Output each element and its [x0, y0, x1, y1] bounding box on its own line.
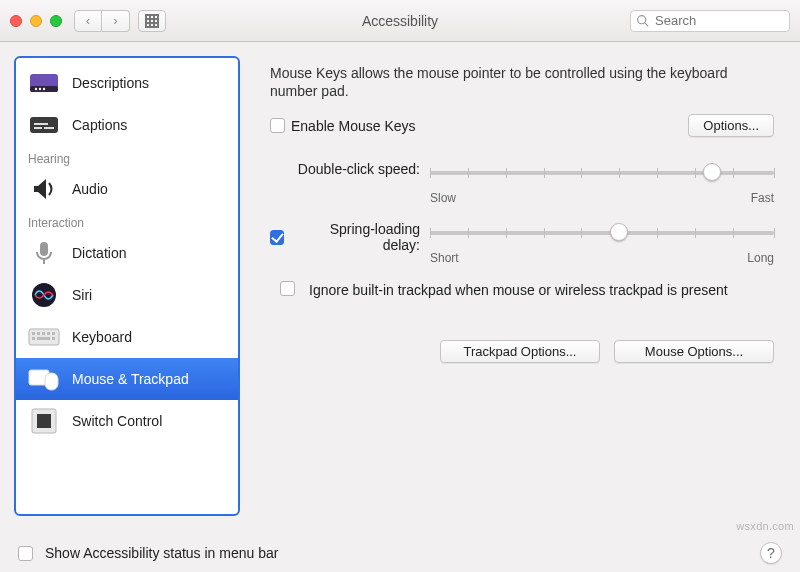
spring-loading-label: Spring-loading delay:	[296, 221, 420, 253]
help-icon: ?	[767, 545, 775, 561]
keyboard-icon	[28, 324, 60, 350]
dictation-icon	[28, 240, 60, 266]
siri-icon	[28, 282, 60, 308]
sidebar-item-mouse-trackpad[interactable]: Mouse & Trackpad	[16, 358, 238, 400]
sidebar-item-siri[interactable]: Siri	[16, 274, 238, 316]
svg-rect-20	[32, 337, 35, 340]
category-sidebar[interactable]: Descriptions Captions Hearing Audio Inte…	[14, 56, 240, 516]
svg-rect-21	[37, 337, 50, 340]
enable-mouse-keys-row: Enable Mouse Keys Options...	[270, 114, 774, 137]
sidebar-item-captions[interactable]: Captions	[16, 104, 238, 146]
panel-description: Mouse Keys allows the mouse pointer to b…	[270, 64, 774, 100]
svg-line-1	[645, 22, 648, 25]
svg-rect-11	[40, 242, 48, 256]
svg-rect-26	[37, 414, 51, 428]
forward-button[interactable]: ›	[102, 10, 130, 32]
spring-loading-checkbox[interactable]	[270, 230, 284, 245]
slider-low-label: Slow	[430, 191, 456, 205]
search-field[interactable]	[630, 10, 790, 32]
sidebar-item-dictation[interactable]: Dictation	[16, 232, 238, 274]
sidebar-item-label: Siri	[72, 287, 92, 303]
search-input[interactable]	[630, 10, 790, 32]
slider-low-label: Short	[430, 251, 459, 265]
enable-mouse-keys-checkbox[interactable]: Enable Mouse Keys	[270, 118, 416, 134]
checkbox-icon	[270, 118, 285, 133]
svg-point-6	[43, 88, 45, 90]
sidebar-section-interaction: Interaction	[16, 210, 238, 232]
window-controls	[10, 15, 62, 27]
sidebar-item-label: Captions	[72, 117, 127, 133]
captions-icon	[28, 112, 60, 138]
sidebar-item-label: Dictation	[72, 245, 126, 261]
sidebar-container: Descriptions Captions Hearing Audio Inte…	[0, 42, 250, 534]
switch-control-icon	[28, 408, 60, 434]
svg-point-4	[35, 88, 37, 90]
mouse-options-button[interactable]: Mouse Options...	[614, 340, 774, 363]
settings-panel: Mouse Keys allows the mouse pointer to b…	[250, 42, 800, 534]
sidebar-item-descriptions[interactable]: Descriptions	[16, 62, 238, 104]
show-all-prefs-button[interactable]	[138, 10, 166, 32]
show-status-label: Show Accessibility status in menu bar	[45, 545, 278, 561]
svg-rect-8	[34, 127, 42, 129]
sidebar-item-audio[interactable]: Audio	[16, 168, 238, 210]
sidebar-item-keyboard[interactable]: Keyboard	[16, 316, 238, 358]
slider-high-label: Long	[747, 251, 774, 265]
show-status-checkbox[interactable]: Show Accessibility status in menu bar	[18, 545, 278, 561]
svg-rect-19	[52, 332, 55, 335]
sidebar-section-hearing: Hearing	[16, 146, 238, 168]
help-button[interactable]: ?	[760, 542, 782, 564]
svg-rect-16	[37, 332, 40, 335]
ignore-trackpad-label: Ignore built-in trackpad when mouse or w…	[309, 281, 728, 299]
minimize-window-button[interactable]	[30, 15, 42, 27]
checkbox-icon	[18, 546, 33, 561]
svg-point-0	[638, 15, 646, 23]
ignore-trackpad-row: Ignore built-in trackpad when mouse or w…	[280, 281, 774, 299]
spring-loading-delay-slider[interactable]	[430, 223, 774, 249]
sidebar-item-label: Keyboard	[72, 329, 132, 345]
chevron-right-icon: ›	[114, 14, 118, 28]
slider-thumb[interactable]	[703, 163, 721, 181]
mouse-trackpad-icon	[28, 366, 60, 392]
sidebar-item-switch-control[interactable]: Switch Control	[16, 400, 238, 442]
enable-mouse-keys-label: Enable Mouse Keys	[291, 118, 416, 134]
descriptions-icon	[28, 70, 60, 96]
double-click-speed-slider[interactable]	[430, 163, 774, 189]
slider-high-label: Fast	[751, 191, 774, 205]
svg-rect-10	[34, 123, 48, 125]
chevron-left-icon: ‹	[86, 14, 90, 28]
content-area: Descriptions Captions Hearing Audio Inte…	[0, 42, 800, 534]
grid-icon	[145, 14, 159, 28]
footer: Show Accessibility status in menu bar ?	[0, 534, 800, 572]
sidebar-item-label: Audio	[72, 181, 108, 197]
back-button[interactable]: ‹	[74, 10, 102, 32]
nav-buttons: ‹ ›	[74, 10, 130, 32]
mouse-keys-options-button[interactable]: Options...	[688, 114, 774, 137]
svg-rect-18	[47, 332, 50, 335]
ignore-trackpad-checkbox[interactable]	[280, 281, 295, 296]
svg-rect-15	[32, 332, 35, 335]
sidebar-item-label: Descriptions	[72, 75, 149, 91]
svg-rect-24	[45, 373, 58, 390]
sidebar-item-label: Mouse & Trackpad	[72, 371, 189, 387]
trackpad-options-button[interactable]: Trackpad Options...	[440, 340, 600, 363]
titlebar: ‹ › Accessibility	[0, 0, 800, 42]
double-click-speed-label: Double-click speed:	[270, 161, 420, 177]
svg-rect-17	[42, 332, 45, 335]
double-click-speed-row: Double-click speed: Slow Fast	[270, 161, 774, 205]
svg-rect-22	[52, 337, 55, 340]
svg-rect-9	[44, 127, 54, 129]
zoom-window-button[interactable]	[50, 15, 62, 27]
slider-thumb[interactable]	[610, 223, 628, 241]
audio-icon	[28, 176, 60, 202]
search-icon	[636, 14, 649, 27]
svg-point-5	[39, 88, 41, 90]
bottom-buttons: Trackpad Options... Mouse Options...	[270, 340, 774, 363]
spring-loading-row: Spring-loading delay: Short Long	[270, 221, 774, 265]
close-window-button[interactable]	[10, 15, 22, 27]
sidebar-item-label: Switch Control	[72, 413, 162, 429]
watermark: wsxdn.com	[736, 520, 794, 532]
